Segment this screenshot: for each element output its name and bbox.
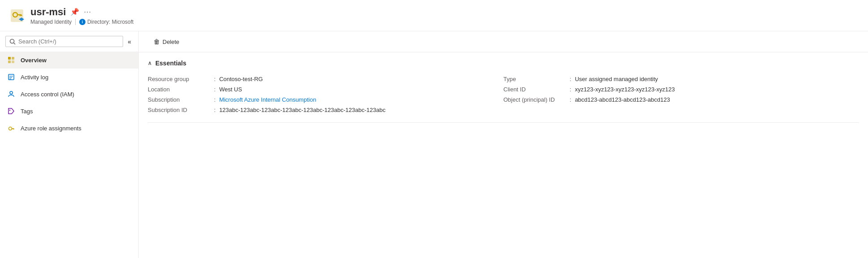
client-id-value: xyz123-xyz123-xyz123-xyz123-xyz123 — [575, 86, 675, 93]
type-value: User assigned managed identity — [575, 76, 658, 82]
sidebar-nav: Overview Activity log — [0, 52, 138, 137]
client-id-label: Client ID — [504, 86, 566, 93]
search-box[interactable] — [5, 36, 123, 47]
delete-icon: 🗑 — [154, 38, 160, 45]
essentials-row-resource-group: Resource group : Contoso-test-RG — [148, 74, 504, 84]
sidebar-item-tags[interactable]: Tags — [0, 103, 138, 120]
svg-rect-11 — [12, 60, 14, 63]
type-label: Type — [504, 76, 566, 82]
svg-marker-17 — [9, 108, 14, 114]
sidebar-item-overview[interactable]: Overview — [0, 52, 138, 69]
directory-info: i Directory: Microsoft — [79, 19, 133, 25]
search-input[interactable] — [18, 38, 119, 45]
main-content: 🗑 Delete ∧ Essentials Resource group : — [139, 31, 868, 258]
page-title: usr-msi — [30, 6, 66, 18]
separator-3: : — [214, 107, 216, 113]
separator-1: : — [214, 86, 216, 93]
sidebar: « Overview — [0, 31, 139, 258]
sidebar-item-access-control[interactable]: Access control (IAM) — [0, 86, 138, 103]
subscription-id-value: 123abc-123abc-123abc-123abc-123abc-123ab… — [219, 107, 386, 113]
essentials-right: Type : User assigned managed identity Cl… — [504, 74, 859, 115]
svg-point-19 — [9, 127, 12, 130]
more-options-icon[interactable]: ··· — [84, 8, 91, 16]
delete-label: Delete — [162, 39, 180, 45]
sidebar-item-activity-log[interactable]: Activity log — [0, 69, 138, 86]
svg-point-18 — [9, 110, 10, 111]
directory-label: Directory: Microsoft — [87, 19, 133, 25]
activity-log-icon — [7, 73, 15, 81]
location-value: West US — [219, 86, 242, 93]
delete-button[interactable]: 🗑 Delete — [148, 35, 185, 48]
essentials-row-type: Type : User assigned managed identity — [504, 74, 859, 84]
essentials-section: ∧ Essentials Resource group : Contoso-te… — [139, 52, 868, 122]
search-row: « — [0, 31, 138, 52]
title-area: usr-msi 📌 ··· Managed Identity i Directo… — [30, 6, 133, 25]
subtitle-type: Managed Identity — [30, 19, 72, 25]
resource-icon — [9, 8, 25, 24]
azure-role-icon — [7, 124, 15, 132]
essentials-row-client-id: Client ID : xyz123-xyz123-xyz123-xyz123-… — [504, 84, 859, 95]
resource-group-label: Resource group — [148, 76, 210, 82]
overview-icon — [7, 56, 15, 64]
svg-line-7 — [14, 43, 16, 44]
object-id-label: Object (principal) ID — [504, 96, 566, 103]
essentials-header[interactable]: ∧ Essentials — [148, 60, 859, 67]
chevron-up-icon: ∧ — [148, 60, 152, 66]
essentials-row-object-id: Object (principal) ID : abcd123-abcd123-… — [504, 95, 859, 105]
info-icon: i — [79, 19, 86, 25]
sidebar-item-azure-role[interactable]: Azure role assignments — [0, 120, 138, 137]
search-icon — [9, 39, 16, 45]
object-id-value: abcd123-abcd123-abcd123-abcd123 — [575, 96, 670, 103]
azure-role-label: Azure role assignments — [21, 125, 81, 132]
separator-r1: : — [570, 86, 572, 93]
svg-rect-10 — [8, 60, 11, 63]
svg-rect-8 — [8, 57, 11, 60]
page-header: usr-msi 📌 ··· Managed Identity i Directo… — [0, 0, 868, 31]
essentials-row-subscription: Subscription : Microsoft Azure Internal … — [148, 95, 504, 105]
essentials-grid: Resource group : Contoso-test-RG Locatio… — [148, 74, 859, 115]
pin-icon[interactable]: 📌 — [70, 8, 79, 16]
access-control-label: Access control (IAM) — [21, 91, 74, 98]
tags-icon — [7, 107, 15, 115]
subscription-label: Subscription — [148, 96, 210, 103]
svg-rect-9 — [12, 57, 14, 60]
essentials-row-subscription-id: Subscription ID : 123abc-123abc-123abc-1… — [148, 105, 504, 115]
location-label: Location — [148, 86, 210, 93]
separator-r2: : — [570, 96, 572, 103]
svg-point-6 — [10, 39, 14, 43]
collapse-button[interactable]: « — [126, 36, 133, 47]
overview-label: Overview — [21, 57, 47, 64]
access-control-icon — [7, 90, 15, 98]
subscription-id-label: Subscription ID — [148, 107, 210, 113]
svg-point-16 — [10, 91, 13, 94]
separator-r0: : — [570, 76, 572, 82]
essentials-title: Essentials — [155, 60, 186, 67]
body-area: « Overview — [0, 31, 868, 258]
activity-log-label: Activity log — [21, 74, 48, 81]
subscription-value[interactable]: Microsoft Azure Internal Consumption — [219, 96, 316, 103]
section-divider — [148, 122, 859, 123]
essentials-row-location: Location : West US — [148, 84, 504, 95]
resource-group-value: Contoso-test-RG — [219, 76, 263, 82]
subtitle-divider — [75, 19, 76, 25]
toolbar: 🗑 Delete — [139, 31, 868, 52]
separator-2: : — [214, 96, 216, 103]
tags-label: Tags — [21, 108, 33, 115]
separator-0: : — [214, 76, 216, 82]
essentials-left: Resource group : Contoso-test-RG Locatio… — [148, 74, 504, 115]
